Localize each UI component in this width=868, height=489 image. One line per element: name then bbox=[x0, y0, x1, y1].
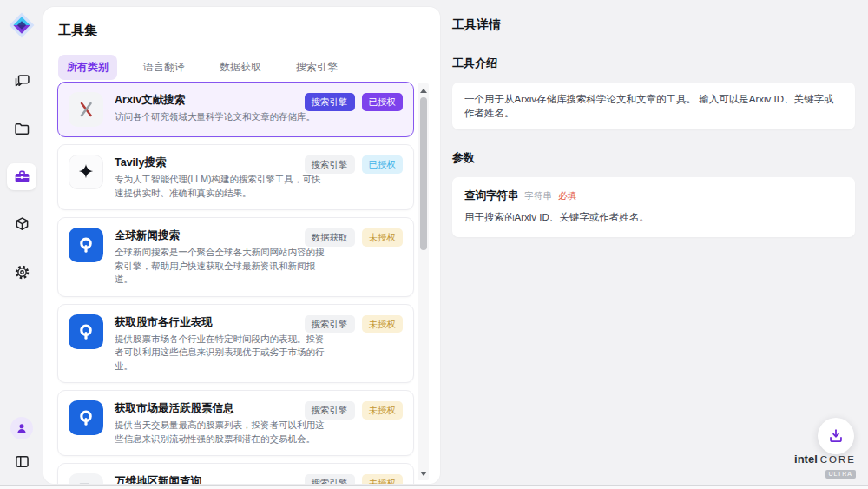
left-rail bbox=[0, 0, 43, 489]
intro-text: 一个用于从Arxiv存储库搜索科学论文和文章的工具。 输入可以是Arxiv ID… bbox=[464, 94, 834, 118]
auth-status-badge: 未授权 bbox=[362, 228, 404, 247]
tool-name: 获取股市各行业表现 bbox=[115, 315, 328, 330]
arxiv-icon bbox=[69, 92, 103, 127]
tool-details-panel: 工具详情 工具介绍 一个用于从Arxiv存储库搜索科学论文和文章的工具。 输入可… bbox=[440, 0, 868, 489]
diamond-logo-icon bbox=[9, 12, 35, 38]
cube-icon bbox=[13, 215, 31, 234]
tool-description: 访问各个研究领域大量科学论文和文章的存储库。 bbox=[115, 110, 315, 124]
tool-card-stock-sectors[interactable]: 获取股市各行业表现 提供股票市场各个行业在特定时间段内的表现。投资者可以利用这些… bbox=[57, 304, 414, 384]
intel-core-logo: intel CORE ULTRA bbox=[794, 453, 856, 479]
folder-icon bbox=[13, 120, 31, 138]
tool-card-global-news[interactable]: 全球新闻搜索 全球新闻搜索是一个聚合全球各大新闻网站内容的搜索引擎，帮助用户快速… bbox=[57, 217, 414, 297]
intro-box: 一个用于从Arxiv存储库搜索科学论文和文章的工具。 输入可以是Arxiv ID… bbox=[452, 83, 855, 129]
details-title: 工具详情 bbox=[452, 17, 855, 33]
account-button[interactable] bbox=[10, 417, 33, 439]
parameter-type: 字符串 bbox=[525, 190, 553, 202]
parameter-card: 查询字符串 字符串 必填 用于搜索的Arxiv ID、关键字或作者姓名。 bbox=[452, 177, 855, 237]
auth-status-badge: 未授权 bbox=[362, 474, 404, 484]
category-badge: 搜索引擎 bbox=[305, 93, 355, 111]
category-tabs: 所有类别 语言翻译 数据获取 搜索引擎 bbox=[58, 55, 346, 80]
tool-list: Arxiv文献搜索 访问各个研究领域大量科学论文和文章的存储库。 搜索引擎 已授… bbox=[57, 82, 414, 484]
tool-description: 提供股票市场各个行业在特定时间段内的表现。投资者可以利用这些信息来识别表现优于或… bbox=[115, 333, 328, 373]
chat-icon bbox=[13, 72, 31, 90]
tool-card-active-stocks[interactable]: 获取市场最活跃股票信息 提供当天交易量最高的股票列表，投资者可以利用这些信息来识… bbox=[57, 390, 414, 456]
app-logo[interactable] bbox=[9, 12, 35, 38]
tool-list-scrollbar[interactable] bbox=[418, 83, 429, 480]
q-logo-icon bbox=[69, 314, 103, 349]
intro-heading: 工具介绍 bbox=[452, 56, 855, 71]
tool-badges: 数据获取 未授权 bbox=[305, 228, 404, 247]
window-bottom-strip bbox=[0, 486, 868, 489]
tool-badges: 搜索引擎 已授权 bbox=[305, 155, 404, 174]
tool-card-tavily[interactable]: Tavily搜索 专为人工智能代理(LLM)构建的搜索引擎工具，可快速提供实时、… bbox=[57, 144, 414, 210]
person-icon bbox=[15, 421, 29, 435]
tab-data-acquisition[interactable]: 数据获取 bbox=[211, 55, 270, 80]
chat-nav-button[interactable] bbox=[7, 68, 36, 95]
parameter-header: 查询字符串 字符串 必填 bbox=[464, 188, 843, 203]
parameter-description: 用于搜索的Arxiv ID、关键字或作者姓名。 bbox=[464, 211, 843, 224]
tab-search-engine[interactable]: 搜索引擎 bbox=[287, 55, 346, 80]
auth-status-badge: 已授权 bbox=[362, 155, 404, 174]
category-badge: 搜索引擎 bbox=[305, 474, 355, 484]
tool-badges: 搜索引擎 已授权 bbox=[305, 93, 404, 111]
models-nav-button[interactable] bbox=[7, 211, 36, 238]
toolbox-icon bbox=[13, 168, 31, 186]
tool-badges: 搜索引擎 未授权 bbox=[305, 315, 404, 334]
download-button[interactable] bbox=[818, 418, 854, 454]
tool-name: Tavily搜索 bbox=[115, 155, 328, 170]
gear-icon bbox=[13, 263, 31, 281]
rail-bottom bbox=[0, 417, 43, 475]
tool-text: 万维地区新闻查询 查询具体行政区划内的新闻，快速了解各地新闻动态。 bbox=[115, 473, 328, 484]
panel-toggle-button[interactable] bbox=[7, 448, 36, 475]
tool-description: 专为人工智能代理(LLM)构建的搜索引擎工具，可快速提供实时、准确和真实的结果。 bbox=[115, 173, 328, 200]
tools-nav-button[interactable] bbox=[7, 163, 36, 190]
tool-badges: 搜索引擎 未授权 bbox=[305, 474, 404, 484]
auth-status-badge: 已授权 bbox=[362, 93, 404, 111]
q-logo-icon bbox=[69, 228, 103, 262]
category-badge: 搜索引擎 bbox=[305, 155, 355, 174]
newspaper-icon bbox=[69, 473, 103, 484]
tool-description: 提供当天交易量最高的股票列表，投资者可以利用这些信息来识别流动性强的股票和潜在的… bbox=[115, 419, 328, 446]
parameter-name: 查询字符串 bbox=[464, 188, 519, 203]
tool-name: 全球新闻搜索 bbox=[115, 228, 328, 243]
category-badge: 数据获取 bbox=[305, 228, 355, 247]
layout-panel-icon bbox=[13, 453, 31, 471]
tool-card-regional-news[interactable]: 万维地区新闻查询 查询具体行政区划内的新闻，快速了解各地新闻动态。 搜索引擎 未… bbox=[57, 463, 414, 484]
tool-badges: 搜索引擎 未授权 bbox=[305, 401, 404, 420]
scroll-up-arrow-icon[interactable] bbox=[418, 85, 429, 96]
files-nav-button[interactable] bbox=[7, 116, 36, 142]
intel-word: intel bbox=[794, 453, 818, 465]
rail-nav bbox=[0, 68, 43, 286]
parameter-required-flag: 必填 bbox=[558, 190, 576, 202]
tool-name: Arxiv文献搜索 bbox=[115, 93, 315, 108]
download-icon bbox=[826, 426, 845, 446]
auth-status-badge: 未授权 bbox=[362, 315, 404, 334]
tool-name: 万维地区新闻查询 bbox=[115, 474, 328, 484]
tool-text: 获取市场最活跃股票信息 提供当天交易量最高的股票列表，投资者可以利用这些信息来识… bbox=[115, 400, 328, 446]
category-badge: 搜索引擎 bbox=[305, 401, 355, 420]
tool-text: 获取股市各行业表现 提供股票市场各个行业在特定时间段内的表现。投资者可以利用这些… bbox=[115, 314, 328, 373]
tool-text: Tavily搜索 专为人工智能代理(LLM)构建的搜索引擎工具，可快速提供实时、… bbox=[115, 155, 328, 200]
q-logo-icon bbox=[69, 400, 103, 435]
tab-all-categories[interactable]: 所有类别 bbox=[58, 55, 117, 80]
scroll-down-arrow-icon[interactable] bbox=[418, 468, 429, 479]
tools-panel: 工具集 所有类别 语言翻译 数据获取 搜索引擎 Arxiv文献搜索 访问各个研究… bbox=[43, 7, 440, 484]
settings-nav-button[interactable] bbox=[7, 259, 36, 286]
scrollbar-thumb[interactable] bbox=[420, 97, 427, 250]
tool-text: Arxiv文献搜索 访问各个研究领域大量科学论文和文章的存储库。 bbox=[115, 92, 315, 127]
sparkle-icon bbox=[69, 155, 103, 189]
tool-card-arxiv[interactable]: Arxiv文献搜索 访问各个研究领域大量科学论文和文章的存储库。 搜索引擎 已授… bbox=[57, 82, 414, 137]
ultra-badge: ULTRA bbox=[825, 470, 856, 479]
tool-name: 获取市场最活跃股票信息 bbox=[115, 401, 328, 416]
core-word: CORE bbox=[820, 455, 856, 466]
tab-language-translation[interactable]: 语言翻译 bbox=[135, 55, 194, 80]
params-heading: 参数 bbox=[452, 150, 855, 166]
tool-description: 全球新闻搜索是一个聚合全球各大新闻网站内容的搜索引擎，帮助用户快速获取全球最新资… bbox=[115, 246, 328, 287]
tool-text: 全球新闻搜索 全球新闻搜索是一个聚合全球各大新闻网站内容的搜索引擎，帮助用户快速… bbox=[115, 228, 328, 287]
category-badge: 搜索引擎 bbox=[305, 315, 355, 334]
auth-status-badge: 未授权 bbox=[362, 401, 404, 420]
page-title: 工具集 bbox=[58, 23, 97, 39]
